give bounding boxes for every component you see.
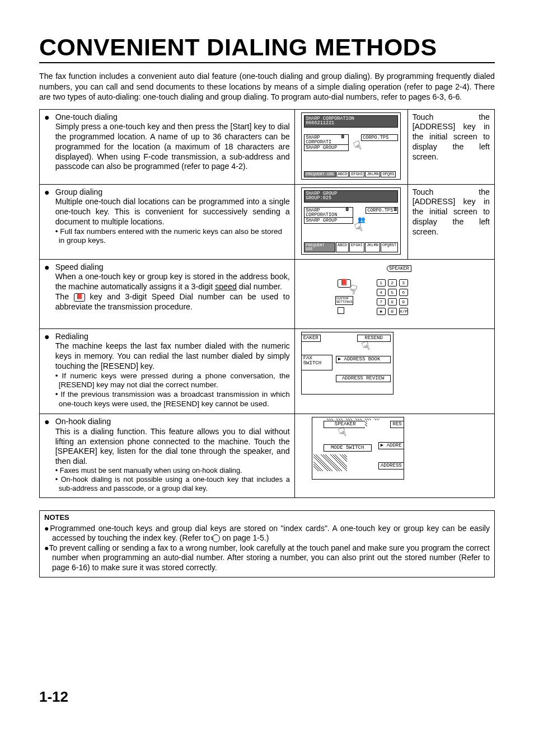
hand-icon: ☟: [337, 426, 348, 440]
note-item: ●To prevent calling or sending a fax to …: [44, 543, 490, 573]
tab: FREQUENT USE: [304, 171, 335, 177]
hand-icon: ☟: [354, 222, 365, 236]
row-desc: Simply press a one-touch key and then pr…: [55, 122, 290, 172]
right-hint: Touch the [ADDRESS] key in the initial s…: [413, 187, 490, 237]
dialing-methods-table: ● One-touch dialing Simply press a one-t…: [39, 109, 495, 499]
screenshot-speed: SPEAKER 📕 CUSTOM SETTINGS 123 456 789 ✱0…: [316, 262, 411, 324]
intro-text: The fax function includes a convenient a…: [39, 71, 495, 102]
row-sub: • On-hook dialing is not possible using …: [55, 476, 290, 494]
screenshot-onhook: SPEAKER RES ☟ MODE SWITCH ▶ ADDRE ADDRES…: [312, 417, 404, 480]
notes-title: NOTES: [44, 513, 490, 522]
row-heading: Speed dialing: [55, 262, 290, 273]
row-desc: This is a dialing function. This feature…: [55, 427, 290, 467]
bullet-icon: ●: [44, 332, 50, 342]
row-heading: On-hook dialing: [55, 417, 290, 427]
row-desc: Multiple one-touch dial locations can be…: [55, 197, 290, 227]
row-heading: Group dialing: [55, 187, 290, 198]
screenshot-group: SHARP GROUPGROUP:025 SHARP CORPORATION C…: [301, 187, 401, 255]
row-sub: • Faxes must be sent manually when using…: [55, 467, 290, 476]
circled-five-icon: 5: [212, 534, 220, 542]
hand-icon: ☟: [353, 140, 364, 154]
notes-box: NOTES ●Programmed one-touch keys and gro…: [39, 510, 495, 577]
row-sub: • If the previous transmission was a bro…: [55, 390, 290, 409]
hand-icon: ☟: [361, 340, 372, 354]
screenshot-redialing: EAKER RESEND ☟ FAX SWITCH ▶ ADDRESS BOOK…: [301, 332, 394, 395]
row-heading: Redialing: [55, 332, 290, 342]
right-hint: Touch the [ADDRESS] key in the initial s…: [413, 112, 490, 162]
table-row: ● On-hook dialing This is a dialing func…: [40, 414, 495, 498]
row-heading: One-touch dialing: [55, 112, 290, 123]
row-desc: The machine keeps the last fax number di…: [55, 341, 290, 371]
page-number: 1-12: [39, 688, 68, 706]
phone-icon: ☎: [341, 134, 344, 140]
bullet-icon: ●: [44, 112, 50, 123]
table-row: ● Speed dialing When a one-touch key or …: [40, 259, 495, 328]
speed-book-icon: 📕: [338, 279, 351, 288]
table-row: ● One-touch dialing Simply press a one-t…: [40, 109, 495, 184]
row-desc: When a one-touch key or group key is sto…: [55, 272, 290, 312]
bullet-icon: ●: [44, 262, 50, 273]
bullet-icon: ●: [44, 187, 50, 198]
table-row: ● Group dialing Multiple one-touch dial …: [40, 184, 495, 259]
bullet-icon: ●: [44, 417, 50, 427]
row-sub: • If numeric keys were pressed during a …: [55, 372, 290, 391]
row-sub: • Full fax numbers entered with the nume…: [55, 227, 290, 246]
screenshot-one-touch: SHARP CORPORATION0666211221 SHARP CORPOR…: [301, 112, 401, 180]
phone-icon: ☎: [345, 207, 349, 213]
phone-icon: ☎: [394, 207, 397, 213]
page-title: CONVENIENT DIALING METHODS: [39, 34, 495, 62]
speed-dial-key-icon: 📕: [74, 293, 85, 302]
table-row: ● Redialing The machine keeps the last f…: [40, 328, 495, 414]
note-item: ●Programmed one-touch keys and group dia…: [44, 524, 490, 543]
